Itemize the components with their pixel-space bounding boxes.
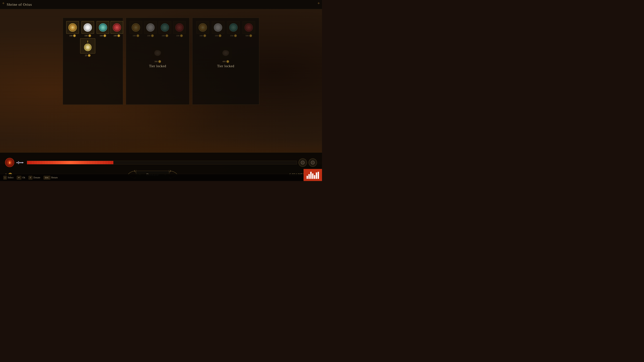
item-icon-gold-medallion[interactable] bbox=[66, 21, 79, 34]
keybind-ok: ↵ Ok bbox=[17, 176, 25, 179]
mid-price-3: 100 bbox=[176, 34, 183, 37]
item-slot-7 bbox=[110, 38, 123, 57]
coin-icon-2 bbox=[104, 34, 106, 37]
medallion-teal-inner bbox=[99, 23, 107, 32]
item-slot-6 bbox=[96, 38, 109, 57]
item-slot-2[interactable]: 100 bbox=[96, 21, 109, 37]
logo-bar-3 bbox=[310, 172, 312, 179]
mid-coin-2 bbox=[166, 34, 168, 37]
hud-flame-icon bbox=[5, 158, 14, 167]
coin-icon-pendant bbox=[88, 54, 90, 57]
mid-item-3: 100 bbox=[173, 21, 186, 37]
pendant-body bbox=[84, 43, 92, 51]
svg-marker-2 bbox=[22, 162, 24, 163]
mid-panel-content: 100 100 bbox=[129, 21, 186, 101]
r1-icon-3 bbox=[242, 21, 255, 34]
r1-item-0: 100 bbox=[196, 21, 210, 37]
logo-bar-7 bbox=[318, 172, 319, 179]
medallion-gold-icon bbox=[68, 22, 78, 32]
svg-point-9 bbox=[312, 162, 313, 163]
r1-coin-0 bbox=[204, 34, 206, 37]
mid-item-0: 100 bbox=[129, 21, 142, 37]
medallion-white-icon bbox=[83, 22, 93, 32]
keybind-return-label: Return bbox=[51, 176, 58, 179]
r1-icon-1 bbox=[212, 21, 224, 34]
med-dim-1 bbox=[146, 22, 156, 32]
med-dim-3 bbox=[174, 22, 184, 32]
key-esc: ESC bbox=[44, 176, 50, 179]
health-bar-container bbox=[27, 161, 297, 164]
svg-rect-3 bbox=[18, 161, 19, 164]
key-f: F bbox=[28, 176, 32, 179]
rock-icon bbox=[154, 50, 161, 56]
r1-med-2 bbox=[228, 22, 238, 32]
svg-point-0 bbox=[9, 163, 10, 163]
mid-icon-1 bbox=[144, 21, 157, 34]
med-dim-0 bbox=[131, 22, 141, 32]
item-slot-pendant[interactable]: 25 bbox=[80, 38, 95, 57]
items-grid-left: 100 100 bbox=[66, 21, 120, 57]
pendant-icon bbox=[82, 40, 93, 51]
mid-item-1: 100 bbox=[144, 21, 157, 37]
mid-coin-1 bbox=[151, 34, 154, 37]
r1-item-3: 500 bbox=[242, 21, 256, 37]
r1-coin-2 bbox=[234, 34, 237, 37]
mid-price-2: 100 bbox=[162, 34, 168, 37]
item-slot-4 bbox=[66, 38, 79, 57]
logo-bar-5 bbox=[314, 175, 315, 179]
health-bar-fill bbox=[27, 161, 113, 164]
item-price-3: 100 bbox=[114, 34, 120, 37]
mid-price-1: 100 bbox=[147, 34, 154, 37]
keybind-ok-label: Ok bbox=[22, 176, 25, 179]
item-icon-red-medallion[interactable] bbox=[110, 21, 123, 34]
med-dim-2 bbox=[160, 22, 170, 32]
window-title: Shrine of Orius bbox=[7, 2, 32, 7]
corner-ornament-tl: ✦ bbox=[1, 1, 6, 6]
item-icon-white-medallion[interactable] bbox=[82, 21, 94, 34]
mid-coin-0 bbox=[136, 34, 139, 37]
pendant-chain bbox=[88, 40, 88, 42]
med-dim-inner-1 bbox=[146, 23, 155, 32]
key-ok: ↵ bbox=[17, 176, 21, 179]
right1-panel-content: 100 100 bbox=[196, 21, 256, 101]
mid-price-0: 100 bbox=[133, 34, 139, 37]
hud-mid-icon-1 bbox=[298, 158, 307, 167]
price-value-2: 100 bbox=[100, 34, 103, 37]
tier-locked-price-middle: 300 bbox=[154, 60, 161, 63]
item-slot-0[interactable]: 100 bbox=[66, 21, 79, 37]
r1-med-inner-0 bbox=[198, 23, 207, 32]
med-dim-inner-2 bbox=[161, 23, 169, 32]
shop-area: 100 100 bbox=[0, 9, 322, 159]
svg-rect-1 bbox=[16, 162, 22, 163]
mid-item-2: 100 bbox=[158, 21, 172, 37]
tier-locked-coin-r1 bbox=[226, 60, 229, 63]
item-icon-teal-medallion[interactable] bbox=[96, 21, 109, 34]
item-slot-1[interactable]: 100 bbox=[80, 21, 95, 37]
keybind-select: □ Select bbox=[3, 176, 14, 179]
logo-bars bbox=[306, 171, 319, 179]
r1-med-1 bbox=[213, 22, 223, 32]
item-slot-3[interactable]: 100 bbox=[110, 21, 123, 37]
mid-icon-3 bbox=[173, 21, 186, 34]
r1-icon-2 bbox=[227, 21, 240, 34]
item-price-1: 100 bbox=[84, 34, 91, 37]
medallion-red-icon bbox=[112, 22, 122, 32]
corner-ornament-tr: ✦ bbox=[316, 1, 321, 6]
r1-price-2: 350 bbox=[230, 34, 237, 37]
top-bar: ✦ Shrine of Orius ✦ bbox=[0, 0, 322, 9]
r1-coin-1 bbox=[219, 34, 221, 37]
right1-top-items: 100 100 bbox=[196, 21, 256, 37]
med-dim-inner-3 bbox=[175, 23, 184, 32]
shop-panel-left: 100 100 bbox=[63, 17, 123, 105]
medallion-teal-icon bbox=[98, 22, 108, 32]
medallion-red-inner bbox=[113, 23, 121, 32]
r1-icon-0 bbox=[196, 21, 209, 34]
item-icon-pendant[interactable] bbox=[80, 38, 95, 53]
coin-icon-1 bbox=[88, 34, 91, 37]
r1-med-0 bbox=[198, 22, 208, 32]
gamer-guides-logo bbox=[304, 169, 322, 181]
tier-locked-item-right1 bbox=[220, 47, 232, 59]
mid-icon-0 bbox=[130, 21, 142, 34]
medallion-white-inner bbox=[84, 23, 92, 32]
mid-icon-2 bbox=[159, 21, 171, 34]
